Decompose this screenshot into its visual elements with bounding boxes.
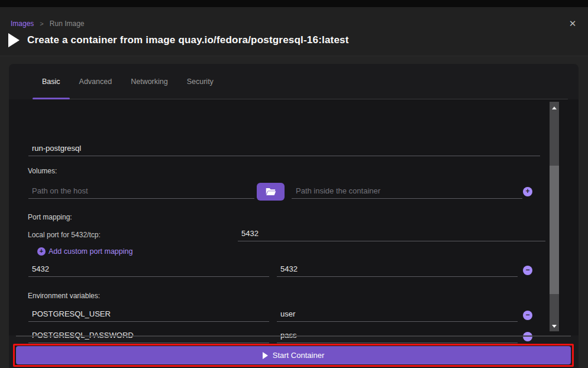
start-container-label: Start Container	[273, 351, 324, 360]
footer-divider	[16, 335, 571, 337]
browse-folder-button[interactable]	[257, 183, 285, 201]
play-icon	[263, 352, 268, 359]
add-volume-icon[interactable]: +	[523, 187, 532, 196]
run-image-card: Basic Advanced Networking Security Volum…	[9, 64, 579, 368]
local-port-input[interactable]	[238, 228, 545, 241]
tab-bar: Basic Advanced Networking Security	[33, 64, 568, 99]
dialog-header: Images > Run Image ✕ Create a container …	[0, 7, 588, 56]
title-row: Create a container from image quay.io/fe…	[8, 33, 349, 47]
run-image-page: Images > Run Image ✕ Create a container …	[0, 0, 588, 368]
env-value-input[interactable]	[277, 309, 518, 322]
breadcrumb-current: Run Image	[50, 20, 85, 28]
env-value-input[interactable]	[277, 330, 518, 343]
custom-port-container-input[interactable]	[277, 264, 518, 277]
volume-container-path-input[interactable]	[292, 186, 522, 199]
tab-security[interactable]: Security	[177, 64, 223, 99]
add-custom-port-label: Add custom port mapping	[49, 247, 133, 256]
custom-port-host-input[interactable]	[28, 264, 269, 277]
remove-env-icon[interactable]: −	[523, 311, 532, 320]
port-mapping-label: Port mapping:	[28, 213, 72, 221]
breadcrumb-images-link[interactable]: Images	[11, 20, 34, 28]
window-top-strip	[0, 0, 588, 7]
tab-basic[interactable]: Basic	[33, 64, 70, 99]
add-custom-port-mapping-link[interactable]: + Add custom port mapping	[37, 247, 133, 256]
remove-env-icon[interactable]: −	[523, 332, 532, 341]
env-name-input[interactable]	[28, 309, 269, 322]
breadcrumb-separator-icon: >	[40, 20, 43, 27]
plus-circle-icon: +	[37, 247, 46, 256]
volumes-label: Volumes:	[28, 167, 57, 175]
form-scroll-area: Volumes: + Port mapping: Local port for …	[9, 99, 579, 335]
remove-port-mapping-icon[interactable]: −	[523, 266, 532, 275]
scroll-up-icon[interactable]	[552, 106, 557, 109]
local-port-label: Local port for 5432/tcp:	[28, 231, 101, 239]
vertical-scrollbar[interactable]	[550, 102, 559, 331]
volume-host-path-input[interactable]	[28, 186, 254, 199]
breadcrumb: Images > Run Image	[11, 20, 85, 28]
tab-advanced[interactable]: Advanced	[70, 64, 122, 99]
scrollbar-thumb[interactable]	[550, 166, 559, 294]
env-variables-label: Environment variables:	[28, 292, 100, 300]
page-title: Create a container from image quay.io/fe…	[27, 34, 349, 46]
run-play-icon	[8, 33, 20, 47]
start-container-button[interactable]: Start Container	[16, 346, 571, 364]
tab-networking[interactable]: Networking	[121, 64, 177, 99]
scroll-down-icon[interactable]	[552, 325, 557, 328]
folder-open-icon	[266, 188, 276, 196]
container-name-input[interactable]	[28, 143, 540, 156]
env-name-input[interactable]	[28, 330, 269, 343]
close-icon[interactable]: ✕	[567, 18, 579, 30]
